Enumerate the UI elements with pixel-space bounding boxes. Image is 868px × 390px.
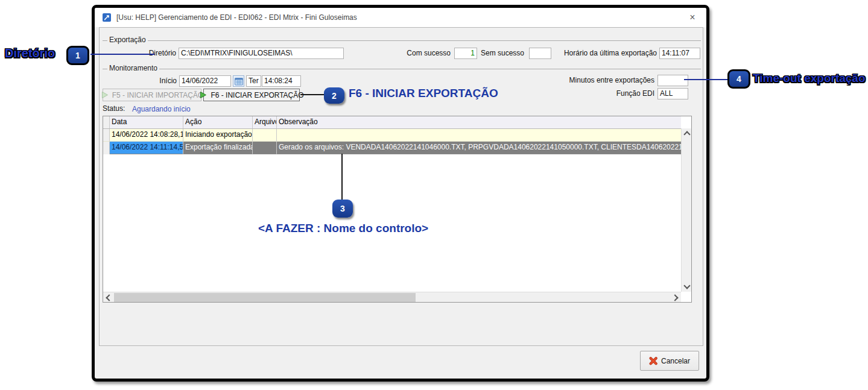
annotation-4-badge: 4 (727, 69, 750, 89)
scroll-left-icon[interactable] (103, 292, 113, 303)
cell-acao: Iniciando exportação (183, 129, 253, 142)
grid-header-data[interactable]: Data (110, 116, 183, 128)
minutos-entre-exportacoes-field[interactable] (657, 75, 688, 86)
red-x-icon (649, 357, 657, 365)
annotation-2-callout-line (300, 94, 324, 95)
annotation-3-label: <A FAZER : Nome do controlo> (258, 222, 428, 235)
horizontal-scrollbar[interactable] (103, 292, 681, 302)
close-icon[interactable]: × (686, 11, 699, 24)
inicio-label: Início (116, 75, 177, 87)
cell-data: 14/06/2022 14:11:14,5 (110, 142, 183, 154)
group-monitoramento-title: Monitoramento (107, 64, 159, 72)
sem-sucesso-field[interactable] (529, 48, 551, 59)
titlebar: [Usu: HELP] Gerenciamento de EDI - EDI06… (95, 8, 706, 27)
cell-observacao: Gerado os arquivos: VENDADA1406202214104… (277, 142, 681, 154)
scroll-up-icon[interactable] (682, 128, 692, 139)
content-panel: Exportação Diretório C:\EDI\MTRIX\FINIGU… (99, 27, 703, 346)
weekday-field: Ter (246, 75, 261, 87)
calendar-icon (235, 77, 243, 86)
cell-acao: Exportação finalizada (183, 142, 253, 154)
annotation-2-label: F6 - INICIAR EXPORTAÇÃO (349, 87, 498, 100)
grid-header-observacao[interactable]: Observação (277, 116, 681, 128)
diretorio-field[interactable]: C:\EDI\MTRIX\FINIGULOSEIMAS\ (179, 48, 344, 59)
cell-arquivo (253, 129, 277, 142)
play-icon (199, 91, 207, 99)
edi-dialog-window: [Usu: HELP] Gerenciamento de EDI - EDI06… (92, 5, 709, 382)
group-monitoramento: Monitoramento (103, 65, 701, 72)
f5-iniciar-importacao-button[interactable]: F5 - INICIAR IMPORTAÇÃO (103, 89, 201, 101)
sem-sucesso-label: Sem sucesso (464, 48, 524, 59)
status-label: Status: (103, 103, 130, 115)
cell-arquivo (253, 142, 277, 154)
play-icon (101, 91, 109, 99)
horario-ultima-exportacao-label: Horário da última exportação (560, 48, 657, 59)
grid-header-arquivo[interactable]: Arquivo (253, 116, 277, 128)
horario-ultima-exportacao-field[interactable]: 14:11:07 (659, 48, 700, 59)
annotation-1-badge: 1 (66, 46, 89, 65)
f5-button-label: F5 - INICIAR IMPORTAÇÃO (112, 91, 204, 99)
log-grid: Data Ação Arquivo Observação 14/06/2022 … (103, 116, 692, 303)
group-exportacao-title: Exportação (107, 36, 148, 44)
table-row-selected[interactable]: 14/06/2022 14:11:14,5 Exportação finaliz… (103, 142, 681, 154)
calendar-button[interactable] (233, 75, 244, 87)
grid-indicator-header (103, 116, 110, 128)
annotation-4-label: Time-out exportação (753, 72, 866, 85)
status-value: Aguardando início (132, 104, 191, 114)
cell-data: 14/06/2022 14:08:28,1 (110, 129, 183, 142)
annotation-1-callout-line (90, 54, 154, 55)
group-exportacao: Exportação (103, 37, 701, 44)
vertical-scrollbar[interactable] (681, 128, 691, 292)
inicio-time-field[interactable]: 14:08:24 (262, 75, 301, 87)
scrollbar-thumb[interactable] (114, 293, 416, 302)
com-sucesso-label: Com sucesso (378, 48, 451, 59)
f6-button-label: F6 - INICIAR EXPORTAÇÃO (211, 91, 303, 99)
minutos-entre-exportacoes-label: Minutos entre exportações (534, 75, 654, 86)
grid-header-row: Data Ação Arquivo Observação (103, 116, 681, 129)
annotation-3-badge: 3 (332, 200, 353, 218)
annotation-1-label: Diretório (5, 46, 55, 60)
app-icon (102, 13, 112, 22)
annotation-3-callout-line (341, 154, 343, 200)
cancel-button[interactable]: Cancelar (640, 351, 699, 371)
annotation-2-badge: 2 (324, 87, 344, 104)
cancel-button-label: Cancelar (661, 357, 690, 365)
inicio-date-field[interactable]: 14/06/2022 (179, 75, 231, 87)
scroll-down-icon[interactable] (682, 281, 692, 292)
scroll-right-icon[interactable] (671, 292, 681, 303)
table-row[interactable]: 14/06/2022 14:08:28,1 Iniciando exportaç… (103, 129, 681, 142)
funcao-edi-field[interactable]: ALL (657, 88, 688, 99)
cell-observacao (277, 129, 681, 142)
funcao-edi-label: Função EDI (534, 88, 654, 99)
f6-iniciar-exportacao-button[interactable]: F6 - INICIAR EXPORTAÇÃO (203, 89, 300, 101)
grid-header-acao[interactable]: Ação (183, 116, 253, 128)
annotation-4-callout-line (684, 79, 727, 80)
window-title: [Usu: HELP] Gerenciamento de EDI - EDI06… (116, 13, 686, 22)
